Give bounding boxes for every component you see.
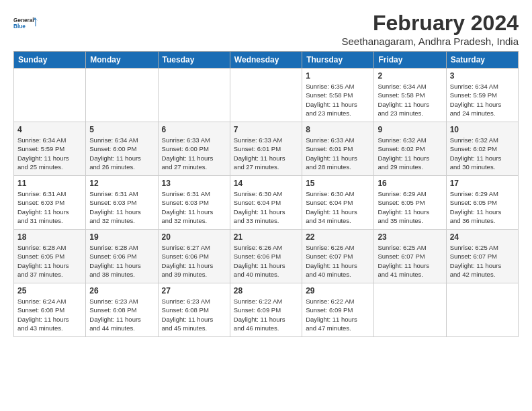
day-info: Sunrise: 6:31 AM Sunset: 6:03 PM Dayligh… (17, 189, 82, 225)
calendar-cell: 6Sunrise: 6:33 AM Sunset: 6:00 PM Daylig… (158, 122, 230, 176)
calendar-week-5: 25Sunrise: 6:24 AM Sunset: 6:08 PM Dayli… (14, 283, 519, 337)
day-number: 19 (89, 232, 154, 242)
day-info: Sunrise: 6:24 AM Sunset: 6:08 PM Dayligh… (17, 297, 82, 332)
day-number: 8 (306, 125, 370, 134)
day-info: Sunrise: 6:27 AM Sunset: 6:06 PM Dayligh… (162, 243, 226, 279)
calendar-cell (230, 68, 302, 122)
logo: General Blue (13, 11, 38, 35)
column-header-tuesday: Tuesday (158, 52, 230, 68)
day-info: Sunrise: 6:31 AM Sunset: 6:03 PM Dayligh… (162, 189, 226, 225)
day-number: 28 (234, 286, 298, 295)
calendar-cell: 26Sunrise: 6:23 AM Sunset: 6:08 PM Dayli… (86, 283, 158, 337)
day-info: Sunrise: 6:29 AM Sunset: 6:05 PM Dayligh… (378, 189, 442, 225)
page: General Blue February 2024 Seethanagaram… (0, 0, 532, 411)
day-number: 3 (450, 71, 515, 81)
day-number: 9 (378, 125, 442, 134)
day-info: Sunrise: 6:23 AM Sunset: 6:08 PM Dayligh… (162, 297, 226, 332)
calendar-cell: 5Sunrise: 6:34 AM Sunset: 6:00 PM Daylig… (86, 122, 158, 176)
calendar-cell: 27Sunrise: 6:23 AM Sunset: 6:08 PM Dayli… (158, 283, 230, 337)
day-number: 24 (450, 232, 515, 242)
column-header-saturday: Saturday (446, 52, 518, 68)
day-info: Sunrise: 6:34 AM Sunset: 5:59 PM Dayligh… (17, 136, 82, 171)
day-info: Sunrise: 6:30 AM Sunset: 6:04 PM Dayligh… (234, 189, 298, 225)
day-info: Sunrise: 6:34 AM Sunset: 5:58 PM Dayligh… (378, 82, 442, 118)
calendar-cell: 2Sunrise: 6:34 AM Sunset: 5:58 PM Daylig… (374, 68, 446, 122)
title-block: February 2024 Seethanagaram, Andhra Prad… (341, 11, 519, 47)
calendar-cell: 10Sunrise: 6:32 AM Sunset: 6:02 PM Dayli… (446, 122, 518, 176)
day-number: 1 (306, 71, 370, 81)
calendar-cell: 13Sunrise: 6:31 AM Sunset: 6:03 PM Dayli… (158, 176, 230, 230)
calendar-week-3: 11Sunrise: 6:31 AM Sunset: 6:03 PM Dayli… (14, 176, 519, 230)
calendar-cell (86, 68, 158, 122)
calendar-cell: 8Sunrise: 6:33 AM Sunset: 6:01 PM Daylig… (302, 122, 374, 176)
day-number: 16 (378, 179, 442, 188)
calendar-title: February 2024 (341, 11, 519, 36)
calendar-cell: 16Sunrise: 6:29 AM Sunset: 6:05 PM Dayli… (374, 176, 446, 230)
calendar-cell: 22Sunrise: 6:26 AM Sunset: 6:07 PM Dayli… (302, 230, 374, 283)
calendar-cell: 25Sunrise: 6:24 AM Sunset: 6:08 PM Dayli… (14, 283, 86, 337)
day-info: Sunrise: 6:28 AM Sunset: 6:05 PM Dayligh… (17, 243, 82, 279)
calendar-cell: 19Sunrise: 6:28 AM Sunset: 6:06 PM Dayli… (86, 230, 158, 283)
day-info: Sunrise: 6:32 AM Sunset: 6:02 PM Dayligh… (450, 136, 515, 171)
day-number: 23 (378, 232, 442, 242)
calendar-cell: 11Sunrise: 6:31 AM Sunset: 6:03 PM Dayli… (14, 176, 86, 230)
calendar-cell: 20Sunrise: 6:27 AM Sunset: 6:06 PM Dayli… (158, 230, 230, 283)
day-info: Sunrise: 6:25 AM Sunset: 6:07 PM Dayligh… (450, 243, 515, 279)
svg-text:General: General (13, 17, 34, 24)
calendar-week-1: 1Sunrise: 6:35 AM Sunset: 5:58 PM Daylig… (14, 68, 519, 122)
day-number: 10 (450, 125, 515, 134)
day-info: Sunrise: 6:23 AM Sunset: 6:08 PM Dayligh… (89, 297, 154, 332)
day-info: Sunrise: 6:22 AM Sunset: 6:09 PM Dayligh… (234, 297, 298, 332)
calendar-cell: 24Sunrise: 6:25 AM Sunset: 6:07 PM Dayli… (446, 230, 518, 283)
day-number: 15 (306, 179, 370, 188)
day-number: 13 (162, 179, 226, 188)
column-header-monday: Monday (86, 52, 158, 68)
day-info: Sunrise: 6:33 AM Sunset: 6:01 PM Dayligh… (306, 136, 370, 171)
day-info: Sunrise: 6:26 AM Sunset: 6:06 PM Dayligh… (234, 243, 298, 279)
day-number: 2 (378, 71, 442, 81)
calendar-cell: 17Sunrise: 6:29 AM Sunset: 6:05 PM Dayli… (446, 176, 518, 230)
calendar-cell: 29Sunrise: 6:22 AM Sunset: 6:09 PM Dayli… (302, 283, 374, 337)
day-number: 21 (234, 232, 298, 242)
day-info: Sunrise: 6:34 AM Sunset: 6:00 PM Dayligh… (89, 136, 154, 171)
calendar-table: SundayMondayTuesdayWednesdayThursdayFrid… (13, 51, 519, 337)
column-header-thursday: Thursday (302, 52, 374, 68)
logo-icon: General Blue (13, 11, 38, 35)
day-number: 29 (306, 286, 370, 295)
day-number: 26 (89, 286, 154, 295)
day-info: Sunrise: 6:22 AM Sunset: 6:09 PM Dayligh… (306, 297, 370, 332)
calendar-header-row: SundayMondayTuesdayWednesdayThursdayFrid… (14, 52, 519, 68)
day-number: 25 (17, 286, 82, 295)
header: General Blue February 2024 Seethanagaram… (13, 11, 519, 47)
day-number: 27 (162, 286, 226, 295)
day-number: 4 (17, 125, 82, 134)
column-header-sunday: Sunday (14, 52, 86, 68)
day-info: Sunrise: 6:34 AM Sunset: 5:59 PM Dayligh… (450, 82, 515, 118)
day-info: Sunrise: 6:31 AM Sunset: 6:03 PM Dayligh… (89, 189, 154, 225)
day-info: Sunrise: 6:25 AM Sunset: 6:07 PM Dayligh… (378, 243, 442, 279)
day-number: 12 (89, 179, 154, 188)
day-number: 20 (162, 232, 226, 242)
calendar-cell: 7Sunrise: 6:33 AM Sunset: 6:01 PM Daylig… (230, 122, 302, 176)
day-number: 5 (89, 125, 154, 134)
calendar-cell (158, 68, 230, 122)
calendar-cell (446, 283, 518, 337)
day-info: Sunrise: 6:33 AM Sunset: 6:01 PM Dayligh… (234, 136, 298, 171)
day-number: 22 (306, 232, 370, 242)
calendar-cell: 14Sunrise: 6:30 AM Sunset: 6:04 PM Dayli… (230, 176, 302, 230)
calendar-cell: 23Sunrise: 6:25 AM Sunset: 6:07 PM Dayli… (374, 230, 446, 283)
day-number: 6 (162, 125, 226, 134)
calendar-cell: 12Sunrise: 6:31 AM Sunset: 6:03 PM Dayli… (86, 176, 158, 230)
calendar-cell (374, 283, 446, 337)
day-info: Sunrise: 6:35 AM Sunset: 5:58 PM Dayligh… (306, 82, 370, 118)
calendar-cell (14, 68, 86, 122)
calendar-cell: 3Sunrise: 6:34 AM Sunset: 5:59 PM Daylig… (446, 68, 518, 122)
column-header-friday: Friday (374, 52, 446, 68)
calendar-cell: 9Sunrise: 6:32 AM Sunset: 6:02 PM Daylig… (374, 122, 446, 176)
calendar-cell: 18Sunrise: 6:28 AM Sunset: 6:05 PM Dayli… (14, 230, 86, 283)
calendar-cell: 15Sunrise: 6:30 AM Sunset: 6:04 PM Dayli… (302, 176, 374, 230)
calendar-week-2: 4Sunrise: 6:34 AM Sunset: 5:59 PM Daylig… (14, 122, 519, 176)
calendar-cell: 21Sunrise: 6:26 AM Sunset: 6:06 PM Dayli… (230, 230, 302, 283)
day-info: Sunrise: 6:26 AM Sunset: 6:07 PM Dayligh… (306, 243, 370, 279)
column-header-wednesday: Wednesday (230, 52, 302, 68)
